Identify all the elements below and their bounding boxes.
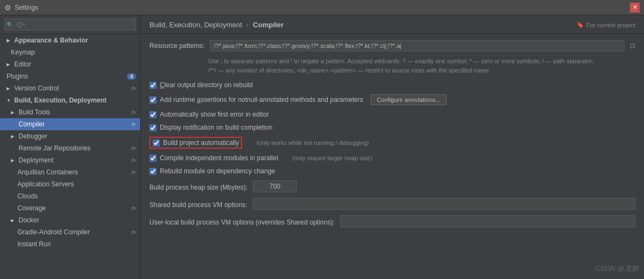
checkbox-rebuild-dependency-input[interactable] <box>149 168 157 175</box>
sidebar-item-version-control[interactable]: ▶ Version Control ⟳ <box>0 82 140 94</box>
content-body: Resource patterns: ⊡ Use ; to separate p… <box>141 34 644 239</box>
sidebar-item-compiler[interactable]: ▶ Compiler ⟳ <box>0 118 140 130</box>
checkbox-show-first-error-label: Automatically show first error in editor <box>160 111 269 118</box>
arrow-icon: ▶ <box>7 86 12 91</box>
sidebar-item-plugins[interactable]: Plugins 4 <box>0 70 140 82</box>
sidebar-item-arquillian[interactable]: Arquillian Containers ⟳ <box>0 166 140 178</box>
sidebar-item-docker[interactable]: ▶ Docker <box>0 214 140 226</box>
plugins-badge: 4 <box>127 74 136 80</box>
sidebar-item-app-servers[interactable]: Application Servers <box>0 178 140 190</box>
arrow-icon: ▶ <box>11 158 16 163</box>
content-header: Build, Execution, Deployment › Compiler … <box>141 15 644 34</box>
sidebar-item-gradle-android[interactable]: Gradle-Android Compiler ⟳ <box>0 226 140 238</box>
sidebar-item-label: Arquillian Containers <box>17 168 78 176</box>
close-button[interactable]: ✕ <box>630 3 640 13</box>
arrow-icon: ▶ <box>11 110 16 115</box>
sidebar-item-label: Docker <box>19 216 39 224</box>
sidebar-item-label: Instant Run <box>17 240 51 248</box>
resource-patterns-input[interactable] <box>210 40 624 51</box>
current-project-label: For current project <box>586 22 635 28</box>
build-automatically-note: (only works while not running / debuggin… <box>256 140 369 146</box>
checkbox-display-notification-input[interactable] <box>149 124 157 131</box>
user-local-vm-label: User-local build process VM options (ove… <box>149 217 335 226</box>
checkbox-compile-parallel-input[interactable] <box>149 155 157 162</box>
sidebar-item-label: Keymap <box>11 48 35 56</box>
sidebar-item-label: Deployment <box>19 156 53 164</box>
sync-icon: ⟳ <box>131 169 136 175</box>
arrow-icon: ▶ <box>7 38 12 43</box>
current-project-indicator: 🔖 For current project <box>576 21 635 28</box>
configure-annotations-button[interactable]: Configure annotations... <box>371 94 447 105</box>
search-input[interactable] <box>4 19 136 31</box>
sidebar-item-clouds[interactable]: Clouds <box>0 190 140 202</box>
heap-size-row: Build process heap size (Mbytes): <box>149 180 635 192</box>
sidebar-item-build-execution[interactable]: ▼ Build, Execution, Deployment <box>0 94 140 106</box>
sidebar-item-label: Plugins <box>7 72 28 80</box>
checkbox-clear-output-label: Clear output directory on rebuild <box>160 81 253 89</box>
arrow-icon: ▶ <box>11 218 16 223</box>
sidebar-item-keymap[interactable]: Keymap <box>0 46 140 58</box>
checkbox-runtime-assertions-input[interactable] <box>149 96 157 104</box>
breadcrumb-current: Compiler <box>253 21 284 29</box>
hint-text: Use ; to separate patterns and ! to nega… <box>208 57 635 75</box>
sidebar-item-build-tools[interactable]: ▶ Build Tools ⟳ <box>0 106 140 118</box>
shared-vm-label: Shared build process VM options: <box>149 199 247 209</box>
sidebar-item-debugger[interactable]: ▶ Debugger <box>0 130 140 142</box>
content-panel: Build, Execution, Deployment › Compiler … <box>141 15 644 279</box>
sidebar-item-label: Version Control <box>14 84 59 92</box>
compile-parallel-note: (may require larger heap size) <box>292 155 372 161</box>
sync-icon: ⟳ <box>131 122 136 128</box>
checkbox-build-automatically-input[interactable] <box>153 140 160 147</box>
sidebar-item-remote-jar[interactable]: ▶ Remote Jar Repositories ⟳ <box>0 142 140 154</box>
expand-icon[interactable]: ⊡ <box>630 40 635 50</box>
watermark: CSDN @龙鹅 <box>595 264 639 274</box>
checkbox-clear-output-input[interactable] <box>149 82 157 89</box>
sidebar-item-instant-run[interactable]: Instant Run <box>0 238 140 250</box>
breadcrumb-separator: › <box>246 21 249 29</box>
checkbox-runtime-assertions-label: Add runtime assertions for notnull-annot… <box>160 96 363 104</box>
sidebar-item-label: Gradle-Android Compiler <box>17 228 90 236</box>
sidebar-item-label: Coverage <box>17 204 46 212</box>
sidebar: ▶ Appearance & Behavior Keymap ▶ Editor … <box>0 15 141 279</box>
checkbox-build-automatically-label: Build project automatically <box>163 139 239 147</box>
checkbox-compile-parallel: Compile independent modules in parallel … <box>149 153 635 163</box>
title-bar: ⚙ Settings ✕ <box>0 0 644 15</box>
sidebar-item-label: Clouds <box>17 192 38 200</box>
sidebar-item-deployment[interactable]: ▶ Deployment ⟳ <box>0 154 140 166</box>
sidebar-item-label: Application Servers <box>17 180 74 188</box>
checkbox-show-first-error-input[interactable] <box>149 111 157 118</box>
checkbox-runtime-assertions: Add runtime assertions for notnull-annot… <box>149 93 635 106</box>
checkbox-rebuild-dependency-label: Rebuild module on dependency change <box>160 167 275 175</box>
resource-patterns-row: Resource patterns: ⊡ <box>149 40 635 51</box>
main-container: ▶ Appearance & Behavior Keymap ▶ Editor … <box>0 15 644 279</box>
sidebar-item-label: Build Tools <box>19 108 50 116</box>
sync-icon: ⟳ <box>131 110 136 116</box>
sidebar-item-label: Remote Jar Repositories <box>19 144 91 152</box>
arrow-icon: ▶ <box>7 62 12 67</box>
sync-icon: ⟳ <box>131 229 136 235</box>
heap-size-input[interactable] <box>253 180 297 192</box>
sidebar-item-editor[interactable]: ▶ Editor <box>0 58 140 70</box>
checkbox-display-notification: Display notification on build completion <box>149 123 635 132</box>
arrow-icon: ▼ <box>7 98 12 103</box>
shared-vm-row: Shared build process VM options: <box>149 198 635 210</box>
app-icon: ⚙ <box>4 3 11 12</box>
build-automatically-highlight: Build project automatically <box>149 137 242 149</box>
sync-icon: ⟳ <box>131 86 136 92</box>
sync-icon: ⟳ <box>131 205 136 211</box>
checkbox-rebuild-dependency: Rebuild module on dependency change <box>149 166 635 176</box>
user-local-vm-input[interactable] <box>340 215 636 227</box>
arrow-icon: ▶ <box>11 134 16 139</box>
sync-icon: ⟳ <box>131 145 136 151</box>
resource-patterns-label: Resource patterns: <box>149 40 204 50</box>
checkbox-compile-parallel-label: Compile independent modules in parallel <box>160 154 278 162</box>
checkbox-display-notification-label: Display notification on build completion <box>160 124 273 131</box>
checkbox-show-first-error: Automatically show first error in editor <box>149 110 635 119</box>
sidebar-item-coverage[interactable]: Coverage ⟳ <box>0 202 140 214</box>
sidebar-item-label: Debugger <box>19 132 47 140</box>
sidebar-item-appearance[interactable]: ▶ Appearance & Behavior <box>0 34 140 46</box>
search-box <box>0 15 140 34</box>
shared-vm-input[interactable] <box>252 198 635 210</box>
sidebar-item-label: Build, Execution, Deployment <box>14 96 106 104</box>
bookmark-icon: 🔖 <box>576 21 584 28</box>
